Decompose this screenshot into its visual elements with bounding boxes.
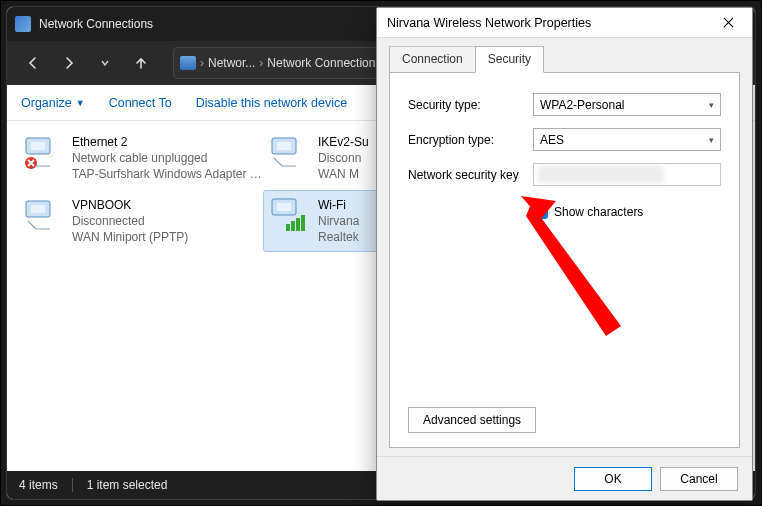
svg-rect-8 [277, 203, 291, 211]
svg-rect-4 [277, 142, 291, 150]
adapter-device: WAN Miniport (PPTP) [72, 229, 188, 245]
nav-back-button[interactable] [17, 47, 49, 79]
security-key-input[interactable] [533, 163, 721, 186]
chevron-down-icon: ▾ [709, 100, 714, 110]
show-characters-checkbox[interactable] [533, 204, 548, 219]
window-title: Network Connections [39, 17, 153, 31]
security-key-label: Network security key [408, 168, 533, 182]
svg-rect-1 [31, 142, 45, 150]
svg-rect-10 [291, 221, 295, 231]
vpn-adapter-icon [22, 197, 64, 233]
nav-forward-button[interactable] [53, 47, 85, 79]
encryption-type-select[interactable]: AES ▾ [533, 128, 721, 151]
address-icon [180, 56, 196, 70]
adapter-device: Realtek [318, 229, 359, 245]
vpn-adapter-icon [268, 134, 310, 170]
connect-to-button[interactable]: Connect To [109, 96, 172, 110]
adapter-status: Nirvana [318, 213, 359, 229]
nav-up-button[interactable] [125, 47, 157, 79]
security-type-select[interactable]: WPA2-Personal ▾ [533, 93, 721, 116]
redacted-key-content [538, 166, 664, 183]
adapter-item-vpnbook[interactable]: VPNBOOK Disconnected WAN Miniport (PPTP) [17, 190, 263, 253]
adapter-name: IKEv2-Su [318, 134, 369, 150]
organize-label: Organize [21, 96, 72, 110]
statusbar-divider [72, 478, 73, 492]
caret-down-icon: ▼ [76, 98, 85, 108]
svg-rect-9 [286, 224, 290, 231]
ok-button[interactable]: OK [574, 467, 652, 491]
encryption-type-label: Encryption type: [408, 133, 533, 147]
wireless-properties-dialog: Nirvana Wireless Network Properties Conn… [376, 7, 753, 501]
adapter-device: TAP-Surfshark Windows Adapter V9 [72, 166, 262, 182]
cancel-button[interactable]: Cancel [660, 467, 738, 491]
dialog-titlebar[interactable]: Nirvana Wireless Network Properties [377, 8, 752, 38]
svg-rect-6 [31, 205, 45, 213]
svg-rect-11 [296, 218, 300, 231]
tab-security[interactable]: Security [475, 46, 544, 73]
wifi-adapter-icon [268, 197, 310, 233]
tab-connection[interactable]: Connection [389, 46, 476, 73]
adapter-status: Disconnected [72, 213, 188, 229]
security-type-label: Security type: [408, 98, 533, 112]
ethernet-adapter-icon [22, 134, 64, 170]
dialog-tabs: Connection Security [389, 46, 740, 73]
status-item-count: 4 items [19, 478, 58, 492]
organize-menu[interactable]: Organize ▼ [21, 96, 85, 110]
show-characters-row[interactable]: Show characters [533, 204, 721, 219]
chevron-down-icon: ▾ [709, 135, 714, 145]
show-characters-label: Show characters [554, 205, 643, 219]
disable-device-button[interactable]: Disable this network device [196, 96, 347, 110]
breadcrumb-network[interactable]: Networ... [208, 56, 255, 70]
nav-recent-button[interactable] [89, 47, 121, 79]
adapter-name: VPNBOOK [72, 197, 188, 213]
advanced-settings-button[interactable]: Advanced settings [408, 407, 536, 433]
adapter-item-ethernet2[interactable]: Ethernet 2 Network cable unplugged TAP-S… [17, 127, 263, 190]
breadcrumb-network-connections[interactable]: Network Connections [267, 56, 381, 70]
adapter-name: Wi-Fi [318, 197, 359, 213]
dialog-close-button[interactable] [708, 9, 748, 37]
adapter-device: WAN M [318, 166, 369, 182]
dialog-title: Nirvana Wireless Network Properties [387, 16, 708, 30]
security-tab-panel: Security type: WPA2-Personal ▾ Encryptio… [389, 72, 740, 448]
chevron-right-icon: › [200, 56, 204, 70]
security-type-value: WPA2-Personal [540, 98, 624, 112]
encryption-type-value: AES [540, 133, 564, 147]
chevron-right-icon: › [259, 56, 263, 70]
adapter-name: Ethernet 2 [72, 134, 262, 150]
adapter-status: Disconn [318, 150, 369, 166]
dialog-footer: OK Cancel [377, 456, 752, 500]
adapter-status: Network cable unplugged [72, 150, 262, 166]
network-connections-icon [15, 16, 31, 32]
status-selected-count: 1 item selected [87, 478, 168, 492]
svg-rect-12 [301, 215, 305, 231]
